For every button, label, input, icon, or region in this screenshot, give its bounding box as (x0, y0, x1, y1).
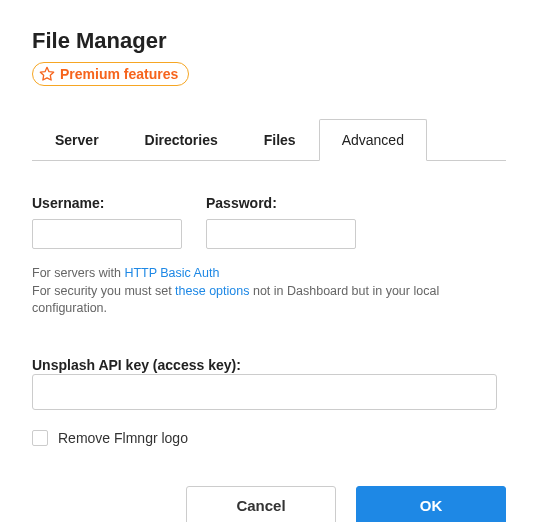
help-line1-prefix: For servers with (32, 266, 124, 280)
username-label: Username: (32, 195, 182, 211)
api-key-section: Unsplash API key (access key): (32, 356, 506, 410)
remove-logo-checkbox[interactable]: Remove Flmngr logo (32, 430, 506, 446)
form-area: Username: Password: For servers with HTT… (32, 195, 506, 522)
premium-features-label: Premium features (60, 66, 178, 82)
button-row: Cancel OK (32, 486, 506, 523)
tab-files[interactable]: Files (241, 119, 319, 161)
password-field-group: Password: (206, 195, 356, 249)
help-line2-prefix: For security you must set (32, 284, 175, 298)
remove-logo-label: Remove Flmngr logo (58, 430, 188, 446)
username-field-group: Username: (32, 195, 182, 249)
tabs-bar: Server Directories Files Advanced (32, 118, 506, 161)
password-input[interactable] (206, 219, 356, 249)
tab-directories[interactable]: Directories (122, 119, 241, 161)
checkbox-box-icon (32, 430, 48, 446)
api-key-label: Unsplash API key (access key): (32, 357, 241, 373)
ok-button[interactable]: OK (356, 486, 506, 523)
page-title: File Manager (32, 28, 506, 54)
password-label: Password: (206, 195, 356, 211)
http-basic-auth-link[interactable]: HTTP Basic Auth (124, 266, 219, 280)
api-key-input[interactable] (32, 374, 497, 410)
svg-marker-0 (40, 67, 53, 80)
premium-features-badge[interactable]: Premium features (32, 62, 189, 86)
tab-server[interactable]: Server (32, 119, 122, 161)
star-icon (39, 66, 55, 82)
these-options-link[interactable]: these options (175, 284, 249, 298)
tab-advanced[interactable]: Advanced (319, 119, 427, 161)
cancel-button[interactable]: Cancel (186, 486, 336, 523)
help-text: For servers with HTTP Basic Auth For sec… (32, 265, 506, 318)
username-input[interactable] (32, 219, 182, 249)
